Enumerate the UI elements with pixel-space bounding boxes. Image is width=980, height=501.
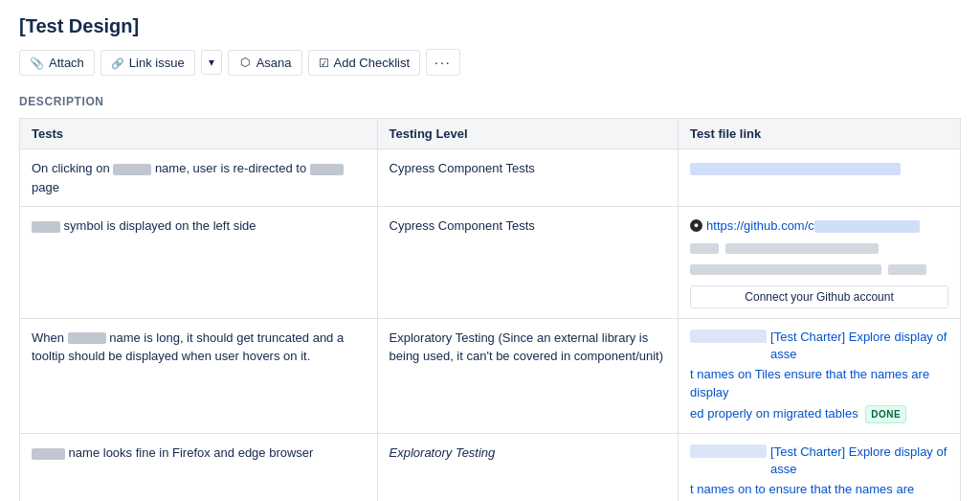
table-row: name looks fine in Firefox and edge brow… xyxy=(20,433,961,501)
github-link-subrow2 xyxy=(690,260,948,279)
col-header-tests: Tests xyxy=(20,119,378,149)
charter-text-line2: t names on Tiles ensure that the names a… xyxy=(690,365,948,402)
charter-block-2: [Test Charter] Explore display of asse t… xyxy=(690,444,948,501)
done-badge: DONE xyxy=(865,405,906,423)
test-file-link-cell xyxy=(679,149,961,207)
testing-level-cell: Exploratory Testing xyxy=(377,433,679,501)
charter-link-2[interactable]: [Test Charter] Explore display of asse xyxy=(770,444,948,478)
link-icon xyxy=(111,56,124,70)
test-cell: name looks fine in Firefox and edge brow… xyxy=(20,433,378,501)
charter-row-2: [Test Charter] Explore display of asse xyxy=(690,444,948,478)
toolbar: Attach Link issue ▾ ⬡ Asana Add Checklis… xyxy=(19,49,961,76)
add-checklist-button[interactable]: Add Checklist xyxy=(308,50,420,76)
attach-icon xyxy=(30,56,44,70)
page-title: [Test Design] xyxy=(19,15,961,37)
table-row: When name is long, it should get truncat… xyxy=(20,318,961,433)
asana-button[interactable]: ⬡ Asana xyxy=(228,50,302,76)
github-link-block: ● https://github.com/c Connect your Gith… xyxy=(690,216,948,308)
charter-text-line2b: t names on to ensure that the names are … xyxy=(690,480,948,501)
col-header-test-file-link: Test file link xyxy=(679,119,961,149)
testing-level-cell: Exploratory Testing (Since an external l… xyxy=(377,318,679,433)
testing-level-cell: Cypress Component Tests xyxy=(377,207,679,319)
charter-link-line2[interactable]: t names on Tiles ensure that the names a… xyxy=(690,367,929,400)
link-issue-button[interactable]: Link issue xyxy=(100,50,195,76)
test-table: Tests Testing Level Test file link On cl… xyxy=(19,118,961,501)
more-button[interactable]: ··· xyxy=(426,49,460,76)
test-file-link-cell: [Test Charter] Explore display of asse t… xyxy=(679,433,961,501)
test-cell: symbol is displayed on the left side xyxy=(20,207,378,319)
test-file-link-cell: [Test Charter] Explore display of asse t… xyxy=(679,318,961,433)
table-row: symbol is displayed on the left side Cyp… xyxy=(20,207,961,319)
connect-github-button[interactable]: Connect your Github account xyxy=(690,285,948,308)
test-cell: On clicking on name, user is re-directed… xyxy=(20,149,378,207)
table-row: On clicking on name, user is re-directed… xyxy=(20,149,961,207)
charter-link[interactable]: [Test Charter] Explore display of asse xyxy=(770,329,948,363)
github-link-row: ● https://github.com/c xyxy=(690,216,948,236)
github-icon: ● xyxy=(690,219,702,232)
github-link[interactable] xyxy=(690,161,901,175)
charter-redacted-2 xyxy=(690,444,767,458)
asana-icon: ⬡ xyxy=(238,56,252,69)
test-cell: When name is long, it should get truncat… xyxy=(20,318,378,433)
charter-link-line3[interactable]: ed properly on migrated tables xyxy=(690,406,858,421)
link-issue-dropdown[interactable]: ▾ xyxy=(201,50,222,75)
charter-row: [Test Charter] Explore display of asse xyxy=(690,329,948,363)
github-link[interactable]: https://github.com/c xyxy=(706,216,920,236)
attach-button[interactable]: Attach xyxy=(19,50,95,76)
redacted-text xyxy=(113,164,151,175)
redacted-text xyxy=(32,221,60,233)
redacted-text xyxy=(32,448,65,460)
description-label: Description xyxy=(19,95,961,108)
test-file-link-cell: ● https://github.com/c Connect your Gith… xyxy=(679,207,961,319)
charter-link-line2b[interactable]: t names on to ensure that the names are … xyxy=(690,482,914,501)
testing-level-cell: Cypress Component Tests xyxy=(377,149,679,207)
charter-block: [Test Charter] Explore display of asse t… xyxy=(690,329,948,423)
charter-text-line3: ed properly on migrated tables DONE xyxy=(690,404,948,423)
col-header-testing-level: Testing Level xyxy=(377,119,679,149)
redacted-text xyxy=(310,164,344,175)
checklist-icon xyxy=(319,56,329,70)
redacted-text xyxy=(68,332,106,344)
charter-redacted xyxy=(690,330,767,343)
github-link-subrow xyxy=(690,239,948,258)
